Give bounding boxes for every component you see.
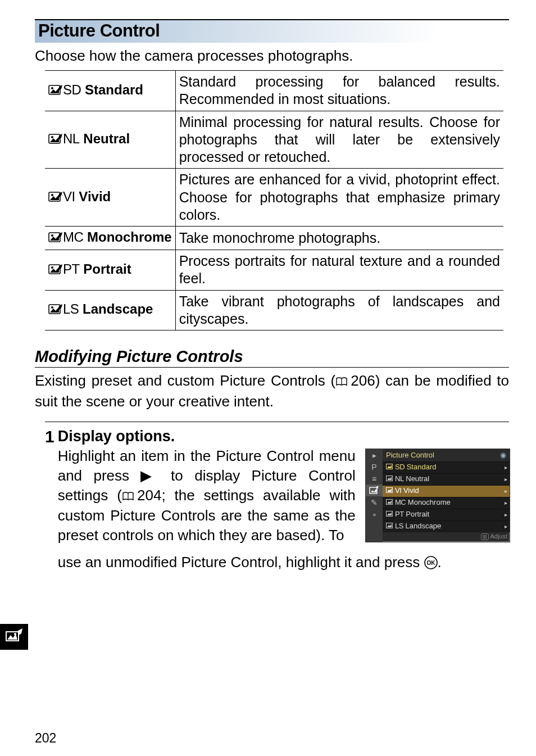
pc-row: VI VividPictures are enhanced for a vivi… xyxy=(45,169,503,227)
step-block: 1 Display options. Highlight an item in … xyxy=(45,422,509,574)
lcd-footer: ⊞ Adjust xyxy=(383,532,510,542)
help-icon: ◉ xyxy=(500,450,506,460)
pc-row-desc: Process portraits for natural texture an… xyxy=(175,250,503,291)
pc-row-name: LS Landscape xyxy=(45,290,175,331)
step-number: 1 xyxy=(45,428,54,445)
subheading-intro: Existing preset and custom Picture Contr… xyxy=(35,371,509,411)
pc-row-name: PT Portrait xyxy=(45,250,175,291)
svg-point-11 xyxy=(51,306,53,309)
lcd-item: LS Landscape▸ xyxy=(383,520,510,532)
right-triangle-icon: ▶ xyxy=(140,467,159,484)
section-heading: Picture Control xyxy=(35,19,509,43)
lcd-item: VI Vivid▸ xyxy=(383,485,510,497)
pc-row-desc: Take monochrome photographs. xyxy=(175,227,503,250)
svg-point-3 xyxy=(51,136,53,138)
lcd-list: SD Standard▸NL Neutral▸VI Vivid▸MC Monoc… xyxy=(383,461,510,532)
pc-row: PT PortraitProcess portraits for natural… xyxy=(45,250,503,291)
pc-row-name: NL Neutral xyxy=(45,111,175,169)
lcd-title-bar: Picture Control ◉ xyxy=(383,449,510,461)
lcd-tab-icon: P xyxy=(366,461,383,473)
camera-menu-screenshot: ▸P≡✎∘ Picture Control ◉ SD Standard▸NL N… xyxy=(365,449,510,542)
lcd-item: MC Monochrome▸ xyxy=(383,497,510,509)
pc-row: NL NeutralMinimal processing for natural… xyxy=(45,111,503,169)
book-icon xyxy=(335,372,348,392)
pc-row: LS LandscapeTake vibrant photographs of … xyxy=(45,290,503,331)
retouch-tab-icon xyxy=(0,624,28,650)
step-after-a: use an unmodified Picture Control, highl… xyxy=(58,554,424,571)
svg-point-9 xyxy=(51,266,53,269)
subheading: Modifying Picture Controls xyxy=(35,347,509,368)
lcd-tab-icon xyxy=(366,485,383,496)
intro2-page-ref: 206 xyxy=(351,372,375,389)
page-number: 202 xyxy=(35,731,56,746)
svg-point-5 xyxy=(51,194,53,196)
grid-icon: ⊞ xyxy=(481,533,489,540)
pc-row-name: SD Standard xyxy=(45,71,175,111)
lcd-item: NL Neutral▸ xyxy=(383,473,510,485)
lcd-tab-icon: ≡ xyxy=(366,473,383,485)
intro-text: Choose how the camera processes photogra… xyxy=(35,46,509,66)
pc-row-desc: Take vibrant photographs of landscapes a… xyxy=(175,290,503,331)
svg-point-7 xyxy=(51,234,53,237)
pc-row: MC MonochromeTake monochrome photographs… xyxy=(45,227,503,250)
lcd-tab-icon: ✎ xyxy=(366,496,383,508)
lcd-sidebar: ▸P≡✎∘ xyxy=(366,449,383,541)
step-body-text: Highlight an item in the Picture Control… xyxy=(58,446,356,545)
lcd-footer-label: Adjust xyxy=(490,533,507,540)
pc-row-desc: Pictures are enhanced for a vivid, photo… xyxy=(175,169,503,227)
lcd-tab-icon: ∘ xyxy=(366,508,383,520)
pc-row-name: MC Monochrome xyxy=(45,227,175,250)
step-body-ref: 204 xyxy=(137,487,161,504)
pc-row-desc: Standard processing for balanced results… xyxy=(175,71,503,111)
lcd-tab-icon: ▸ xyxy=(366,449,383,461)
intro2-part-a: Existing preset and custom Picture Contr… xyxy=(35,372,335,389)
step-after-b: . xyxy=(438,554,442,571)
lcd-item: SD Standard▸ xyxy=(383,461,510,473)
pc-row-name: VI Vivid xyxy=(45,169,175,227)
ok-button-icon: OK xyxy=(424,555,438,574)
svg-point-24 xyxy=(14,633,16,635)
pc-row-desc: Minimal processing for natural results. … xyxy=(175,111,503,169)
step-title: Display options. xyxy=(58,427,509,446)
lcd-title: Picture Control xyxy=(386,450,434,460)
lcd-item: PT Portrait▸ xyxy=(383,509,510,520)
book-icon xyxy=(122,487,134,506)
step-after-text: use an unmodified Picture Control, highl… xyxy=(58,545,509,574)
svg-point-1 xyxy=(51,87,53,89)
picture-control-table: SD StandardStandard processing for balan… xyxy=(45,70,503,331)
svg-text:OK: OK xyxy=(426,560,435,566)
pc-row: SD StandardStandard processing for balan… xyxy=(45,71,503,111)
